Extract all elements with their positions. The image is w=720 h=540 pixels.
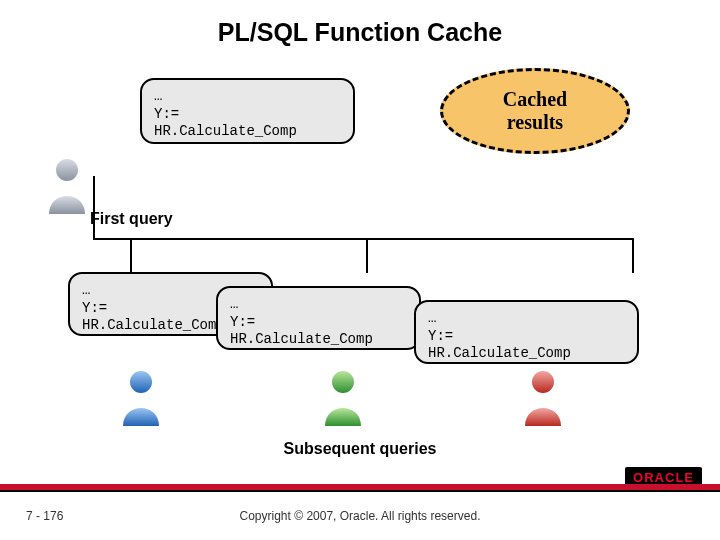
code-line: HR.Calculate_Comp — [428, 345, 571, 361]
code-line: … — [82, 282, 90, 298]
code-line: … — [154, 88, 162, 104]
connector-line — [130, 238, 132, 273]
svg-point-0 — [56, 159, 78, 181]
code-line: Y:= — [82, 300, 107, 316]
code-box-bottom-3: … Y:= HR.Calculate_Comp — [414, 300, 639, 364]
code-box-top: … Y:= HR.Calculate_Comp — [140, 78, 355, 144]
svg-point-1 — [130, 371, 152, 393]
code-line: HR.Calculate_Comp — [154, 123, 297, 139]
code-box-bottom-2: … Y:= HR.Calculate_Comp — [216, 286, 421, 350]
user-icon-green — [320, 368, 366, 428]
connector-line — [93, 176, 95, 238]
logo-text: ORACLE — [633, 470, 694, 485]
cached-results-label: Cached results — [503, 88, 567, 134]
slide-number: 7 - 176 — [26, 509, 63, 523]
cached-results-ellipse: Cached results — [440, 68, 630, 154]
footer: 7 - 176 Copyright © 2007, Oracle. All ri… — [0, 492, 720, 540]
user-icon-blue — [118, 368, 164, 428]
subsequent-queries-label: Subsequent queries — [0, 440, 720, 458]
copyright-text: Copyright © 2007, Oracle. All rights res… — [0, 509, 720, 523]
diagram-stage: … Y:= HR.Calculate_Comp Cached results F… — [0, 68, 720, 480]
code-line: Y:= — [154, 106, 179, 122]
footer-divider — [0, 484, 720, 490]
code-line: HR.Calculate_Comp — [82, 317, 225, 333]
code-line: HR.Calculate_Comp — [230, 331, 373, 347]
first-query-label: First query — [90, 210, 173, 228]
code-line: Y:= — [428, 328, 453, 344]
user-icon-initial — [44, 156, 90, 216]
code-line: … — [428, 310, 436, 326]
code-line: Y:= — [230, 314, 255, 330]
page-title: PL/SQL Function Cache — [0, 0, 720, 47]
connector-line — [366, 238, 368, 273]
svg-point-2 — [332, 371, 354, 393]
user-icon-red — [520, 368, 566, 428]
code-line: … — [230, 296, 238, 312]
connector-line — [93, 238, 633, 240]
svg-point-3 — [532, 371, 554, 393]
connector-line — [632, 238, 634, 273]
